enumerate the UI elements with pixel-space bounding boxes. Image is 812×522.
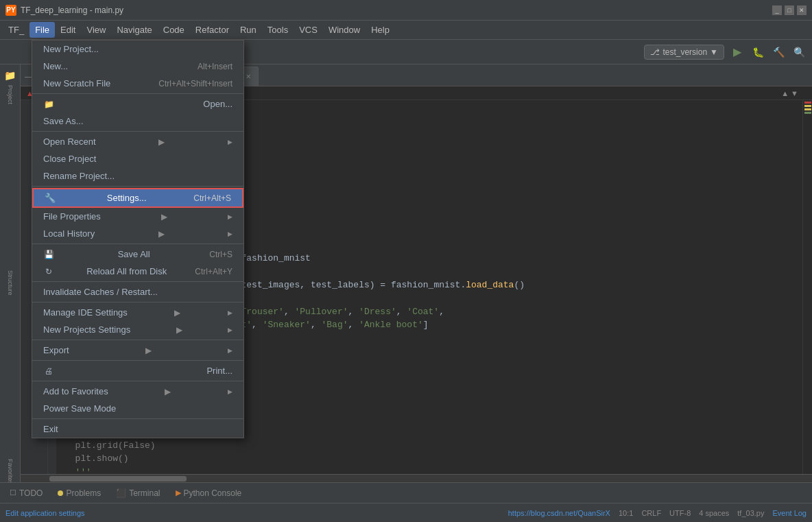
status-bar: Edit application settings https://blog.c… bbox=[0, 503, 812, 522]
menu-open[interactable]: 📁 Open... bbox=[32, 95, 243, 112]
gutter-check-1 bbox=[804, 112, 811, 114]
menu-add-favorites[interactable]: Add to Favorites ▶ bbox=[32, 383, 243, 400]
menu-manage-ide-arrow: ▶ bbox=[174, 308, 180, 318]
menu-settings-label: Settings... bbox=[107, 193, 147, 203]
menu-item-tf[interactable]: TF_ bbox=[3, 22, 29, 38]
separator-8 bbox=[32, 360, 243, 361]
toolbar-right: ⎇ test_version ▼ ▶ 🐛 🔨 🔍 bbox=[644, 45, 807, 60]
bottom-tab-problems[interactable]: Problems bbox=[51, 486, 108, 501]
menu-settings[interactable]: 🔧 Settings... Ctrl+Alt+S bbox=[32, 188, 243, 208]
python-console-icon: ▶ bbox=[176, 488, 181, 497]
separator-4 bbox=[32, 244, 243, 244]
menu-item-edit[interactable]: Edit bbox=[55, 22, 81, 38]
menu-local-history[interactable]: Local History ▶ bbox=[32, 225, 243, 242]
status-event-log[interactable]: Event Log bbox=[772, 509, 807, 517]
status-edit-settings[interactable]: Edit application settings bbox=[5, 509, 85, 517]
tab-close-tf01[interactable]: ✕ bbox=[246, 73, 251, 80]
minimize-button[interactable]: _ bbox=[772, 5, 782, 15]
menu-item-file[interactable]: File bbox=[29, 22, 55, 38]
menu-item-view[interactable]: View bbox=[81, 22, 111, 38]
menu-local-history-label: Local History bbox=[43, 228, 95, 239]
bottom-tab-python-console-label: Python Console bbox=[184, 488, 242, 498]
run-button[interactable]: ▶ bbox=[730, 45, 745, 60]
bottom-tab-terminal-label: Terminal bbox=[129, 488, 160, 498]
menu-power-save[interactable]: Power Save Mode bbox=[32, 400, 243, 417]
close-button[interactable]: ✕ bbox=[797, 5, 807, 15]
menu-save-as[interactable]: Save As... bbox=[32, 112, 243, 130]
menu-item-navigate[interactable]: Navigate bbox=[111, 22, 157, 38]
bottom-tab-terminal[interactable]: ⬛ Terminal bbox=[109, 486, 167, 501]
menu-open-recent-label: Open Recent bbox=[43, 137, 96, 147]
bottom-tab-problems-label: Problems bbox=[66, 488, 101, 498]
terminal-icon: ⬛ bbox=[116, 488, 126, 498]
status-indent: 4 spaces bbox=[699, 509, 729, 517]
menu-close-project[interactable]: Close Project bbox=[32, 150, 243, 167]
menu-save-all-label: Save All bbox=[118, 249, 150, 259]
horizontal-scrollbar[interactable] bbox=[21, 474, 812, 482]
sidebar-structure-label[interactable]: Structure bbox=[2, 275, 19, 292]
build-button[interactable]: 🔨 bbox=[771, 45, 786, 60]
menu-file-properties[interactable]: File Properties ▶ bbox=[32, 208, 243, 225]
menu-rename-project-label: Rename Project... bbox=[43, 171, 115, 181]
menu-new[interactable]: New... Alt+Insert bbox=[32, 58, 243, 75]
menu-reload[interactable]: ↻ Reload All from Disk Ctrl+Alt+Y bbox=[32, 263, 243, 280]
branch-label: test_version bbox=[662, 47, 707, 57]
menu-bar: TF_ File Edit View Navigate Code Refacto… bbox=[0, 21, 812, 40]
code-line-25: plt.grid(False) bbox=[64, 440, 156, 451]
code-line-26: plt.show() bbox=[64, 453, 129, 464]
bottom-toolbar: ☐ TODO Problems ⬛ Terminal ▶ Python Cons… bbox=[0, 482, 812, 503]
status-url[interactable]: https://blog.csdn.net/QuanSirX bbox=[508, 509, 610, 517]
code-line-27: ''' bbox=[64, 467, 91, 475]
separator-6 bbox=[32, 302, 243, 302]
menu-new-projects-arrow: ▶ bbox=[176, 325, 182, 335]
menu-new-project[interactable]: New Project... bbox=[32, 40, 243, 58]
dropdown-menu: New Project... New... Alt+Insert New Scr… bbox=[32, 40, 244, 438]
title-bar: PY TF_deep_learning - main.py _ □ ✕ bbox=[0, 0, 812, 21]
menu-print[interactable]: 🖨 Print... bbox=[32, 362, 243, 379]
menu-item-run[interactable]: Run bbox=[235, 22, 262, 38]
menu-reload-shortcut: Ctrl+Alt+Y bbox=[195, 267, 232, 276]
h-scrollbar-thumb[interactable] bbox=[49, 476, 187, 482]
menu-manage-ide[interactable]: Manage IDE Settings ▶ bbox=[32, 304, 243, 321]
bottom-tab-todo[interactable]: ☐ TODO bbox=[3, 486, 49, 501]
menu-new-projects-settings-label: New Projects Settings bbox=[43, 324, 130, 335]
branch-dropdown-icon: ▼ bbox=[710, 47, 718, 57]
menu-exit[interactable]: Exit bbox=[32, 420, 243, 438]
menu-rename-project[interactable]: Rename Project... bbox=[32, 167, 243, 185]
maximize-button[interactable]: □ bbox=[785, 5, 794, 15]
status-charset: UTF-8 bbox=[669, 509, 691, 517]
gutter-warn-2 bbox=[804, 108, 811, 110]
status-encoding: CRLF bbox=[641, 509, 661, 517]
menu-save-all[interactable]: 💾 Save All Ctrl+S bbox=[32, 246, 243, 263]
menu-new-scratch[interactable]: New Scratch File Ctrl+Alt+Shift+Insert bbox=[32, 75, 243, 92]
menu-item-code[interactable]: Code bbox=[158, 22, 190, 38]
menu-power-save-label: Power Save Mode bbox=[43, 403, 116, 414]
expand-icon[interactable]: ▲ ▼ bbox=[781, 89, 798, 97]
save-all-icon: 💾 bbox=[43, 250, 54, 259]
search-button[interactable]: 🔍 bbox=[791, 45, 807, 60]
branch-selector[interactable]: ⎇ test_version ▼ bbox=[644, 45, 724, 60]
debug-button[interactable]: 🐛 bbox=[750, 45, 765, 60]
menu-open-recent[interactable]: Open Recent ▶ bbox=[32, 133, 243, 150]
sidebar-project-icon[interactable]: 📁 bbox=[2, 67, 19, 84]
menu-new-projects-settings[interactable]: New Projects Settings ▶ bbox=[32, 321, 243, 338]
menu-item-vcs[interactable]: VCS bbox=[294, 22, 323, 38]
menu-item-help[interactable]: Help bbox=[366, 22, 395, 38]
sidebar-favorites-label[interactable]: Favorites bbox=[2, 463, 19, 479]
menu-open-recent-arrow: ▶ bbox=[158, 137, 165, 147]
menu-save-as-label: Save As... bbox=[43, 116, 84, 126]
window-controls: _ □ ✕ bbox=[772, 5, 807, 15]
right-gutter bbox=[802, 100, 812, 474]
menu-item-tools[interactable]: Tools bbox=[262, 22, 294, 38]
sidebar-structure-icon[interactable]: Project bbox=[2, 86, 19, 103]
menu-export[interactable]: Export ▶ bbox=[32, 342, 243, 359]
separator-5 bbox=[32, 281, 243, 282]
app-icon: PY bbox=[5, 5, 16, 16]
settings-icon: 🔧 bbox=[45, 193, 56, 203]
menu-item-window[interactable]: Window bbox=[323, 22, 366, 38]
menu-item-refactor[interactable]: Refactor bbox=[190, 22, 235, 38]
branch-icon: ⎇ bbox=[650, 47, 660, 57]
menu-save-all-shortcut: Ctrl+S bbox=[209, 250, 232, 259]
bottom-tab-python-console[interactable]: ▶ Python Console bbox=[169, 486, 249, 501]
menu-invalidate-caches[interactable]: Invalidate Caches / Restart... bbox=[32, 283, 243, 300]
